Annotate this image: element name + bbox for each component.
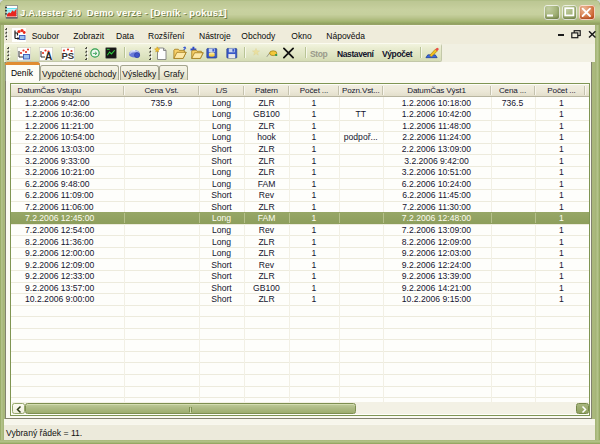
svg-text:A: A [45, 50, 52, 61]
svg-text:PS: PS [61, 50, 74, 61]
